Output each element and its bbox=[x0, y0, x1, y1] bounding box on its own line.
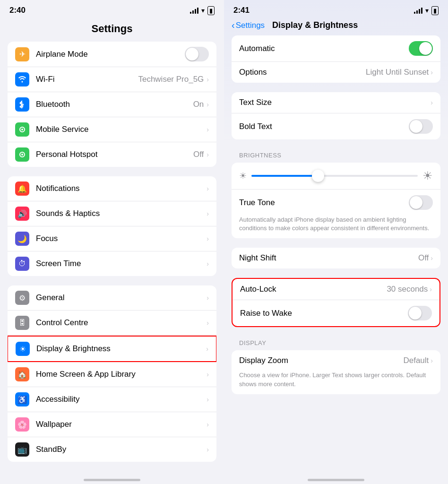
control-centre-chevron: › bbox=[207, 319, 209, 327]
brightness-group: ☀ ☀ True Tone Automatically adapt iPhone… bbox=[232, 163, 440, 238]
raise-to-wake-row[interactable]: Raise to Wake bbox=[233, 300, 439, 326]
sounds-chevron: › bbox=[207, 210, 209, 217]
raise-to-wake-toggle[interactable] bbox=[408, 306, 432, 320]
screen-time-label: Screen Time bbox=[36, 259, 207, 268]
bluetooth-chevron: › bbox=[207, 101, 209, 108]
mobile-service-row[interactable]: Mobile Service › bbox=[8, 117, 216, 142]
lock-group: Auto-Lock 30 seconds › Raise to Wake bbox=[232, 278, 440, 327]
notifications-row[interactable]: 🔔 Notifications › bbox=[8, 176, 216, 201]
display-section-label: DISPLAY bbox=[232, 337, 440, 349]
bold-text-row[interactable]: Bold Text bbox=[232, 113, 440, 139]
brightness-section-label: BRIGHTNESS bbox=[232, 149, 440, 162]
sounds-row[interactable]: 🔊 Sounds & Haptics › bbox=[8, 201, 216, 226]
back-label: Settings bbox=[236, 21, 265, 30]
options-label: Options bbox=[239, 68, 366, 77]
hotspot-label: Personal Hotspot bbox=[36, 150, 193, 159]
general-icon: ⚙ bbox=[15, 291, 29, 305]
wifi-row[interactable]: Wi-Fi Techwiser Pro_5G › bbox=[8, 67, 216, 92]
brightness-slider-row[interactable]: ☀ ☀ bbox=[232, 163, 440, 190]
airplane-mode-row[interactable]: ✈ Airplane Mode bbox=[8, 42, 216, 67]
back-chevron-icon: ‹ bbox=[232, 20, 235, 31]
wallpaper-row[interactable]: 🌸 Wallpaper › bbox=[8, 412, 216, 437]
night-shift-chevron-icon: › bbox=[431, 254, 433, 262]
airplane-mode-toggle[interactable] bbox=[185, 47, 209, 61]
control-centre-label: Control Centre bbox=[36, 318, 207, 328]
notifications-label: Notifications bbox=[36, 184, 207, 193]
options-value: Light Until Sunset bbox=[366, 68, 429, 77]
mobile-service-chevron: › bbox=[207, 126, 209, 133]
auto-lock-chevron-icon: › bbox=[430, 285, 432, 293]
night-shift-value-chevron: Off › bbox=[418, 253, 433, 263]
airplane-mode-label: Airplane Mode bbox=[36, 50, 185, 59]
true-tone-description: Automatically adapt iPhone display based… bbox=[232, 216, 440, 238]
notifications-icon: 🔔 bbox=[15, 182, 29, 196]
bold-text-toggle[interactable] bbox=[409, 119, 433, 134]
system1-group: 🔔 Notifications › 🔊 Sounds & Haptics › 🌙… bbox=[8, 176, 216, 276]
automatic-toggle[interactable] bbox=[409, 41, 433, 56]
general-label: General bbox=[36, 293, 207, 302]
sounds-icon: 🔊 bbox=[15, 207, 29, 221]
focus-icon: 🌙 bbox=[15, 232, 29, 246]
hotspot-value: Off bbox=[193, 150, 204, 159]
system2-group: ⚙ General › 🎛 Control Centre › ☀ Display… bbox=[8, 285, 216, 462]
brightness-slider[interactable] bbox=[251, 175, 418, 177]
display-group: Display Zoom Default › Choose a view for… bbox=[232, 350, 440, 394]
true-tone-row[interactable]: True Tone bbox=[232, 190, 440, 216]
display-brightness-row[interactable]: ☀ Display & Brightness › bbox=[8, 336, 216, 362]
home-screen-row[interactable]: 🏠 Home Screen & App Library › bbox=[8, 362, 216, 387]
left-home-indicator bbox=[84, 479, 140, 481]
text-size-chevron: › bbox=[431, 99, 433, 106]
back-button[interactable]: ‹ Settings bbox=[232, 20, 265, 31]
options-value-chevron: Light Until Sunset › bbox=[366, 68, 433, 77]
auto-lock-row[interactable]: Auto-Lock 30 seconds › bbox=[233, 279, 439, 300]
brightness-thumb[interactable] bbox=[312, 170, 324, 182]
wallpaper-chevron: › bbox=[207, 421, 209, 428]
brightness-fill bbox=[251, 175, 318, 177]
general-chevron: › bbox=[207, 294, 209, 302]
hotspot-row[interactable]: Personal Hotspot Off › bbox=[8, 142, 216, 167]
connectivity-group: ✈ Airplane Mode Wi-Fi Techwiser Pro_5G ›… bbox=[8, 42, 216, 167]
wifi-icon: ▾ bbox=[201, 7, 205, 14]
hotspot-chevron: › bbox=[207, 151, 209, 158]
right-battery-icon: ▮ bbox=[431, 6, 439, 15]
general-row[interactable]: ⚙ General › bbox=[8, 285, 216, 311]
screen-time-row[interactable]: ⏱ Screen Time › bbox=[8, 251, 216, 276]
wallpaper-label: Wallpaper bbox=[36, 420, 207, 429]
options-row[interactable]: Options Light Until Sunset › bbox=[232, 62, 440, 83]
control-centre-row[interactable]: 🎛 Control Centre › bbox=[8, 311, 216, 336]
sun-large-icon: ☀ bbox=[422, 169, 433, 182]
bluetooth-row[interactable]: Bluetooth On › bbox=[8, 92, 216, 117]
left-phone-panel: 2:40 ▾ ▮ Settings ✈ Airplane Mode bbox=[0, 0, 224, 484]
battery-icon: ▮ bbox=[207, 6, 215, 15]
wifi-value: Techwiser Pro_5G bbox=[138, 75, 204, 84]
night-shift-row[interactable]: Night Shift Off › bbox=[232, 248, 440, 268]
settings-title: Settings bbox=[0, 18, 224, 42]
true-tone-toggle[interactable] bbox=[409, 195, 433, 210]
bold-text-label: Bold Text bbox=[239, 122, 409, 131]
home-screen-icon: 🏠 bbox=[15, 367, 29, 381]
display-zoom-chevron-icon: › bbox=[431, 357, 433, 364]
right-signal-icon bbox=[414, 7, 422, 14]
raise-to-wake-label: Raise to Wake bbox=[240, 309, 408, 318]
right-home-indicator bbox=[308, 479, 364, 481]
true-tone-label: True Tone bbox=[239, 198, 409, 207]
automatic-row[interactable]: Automatic bbox=[232, 35, 440, 62]
night-shift-group: Night Shift Off › bbox=[232, 248, 440, 268]
wifi-label: Wi-Fi bbox=[36, 75, 138, 84]
night-shift-value: Off bbox=[418, 253, 429, 263]
appearance-group: Automatic Options Light Until Sunset › bbox=[232, 35, 440, 83]
standby-row[interactable]: 📺 StandBy › bbox=[8, 437, 216, 462]
auto-lock-value: 30 seconds bbox=[387, 285, 428, 294]
mobile-service-label: Mobile Service bbox=[36, 125, 207, 134]
display-zoom-row[interactable]: Display Zoom Default › bbox=[232, 350, 440, 371]
text-size-row[interactable]: Text Size › bbox=[232, 92, 440, 113]
page-title: Display & Brightness bbox=[272, 20, 358, 30]
right-home-bar bbox=[224, 475, 448, 484]
night-shift-label: Night Shift bbox=[239, 253, 418, 263]
home-screen-label: Home Screen & App Library bbox=[36, 370, 207, 379]
svg-point-1 bbox=[21, 129, 23, 130]
focus-row[interactable]: 🌙 Focus › bbox=[8, 226, 216, 251]
screen-time-icon: ⏱ bbox=[15, 257, 29, 271]
accessibility-row[interactable]: ♿ Accessibility › bbox=[8, 387, 216, 412]
display-brightness-chevron: › bbox=[206, 345, 208, 353]
